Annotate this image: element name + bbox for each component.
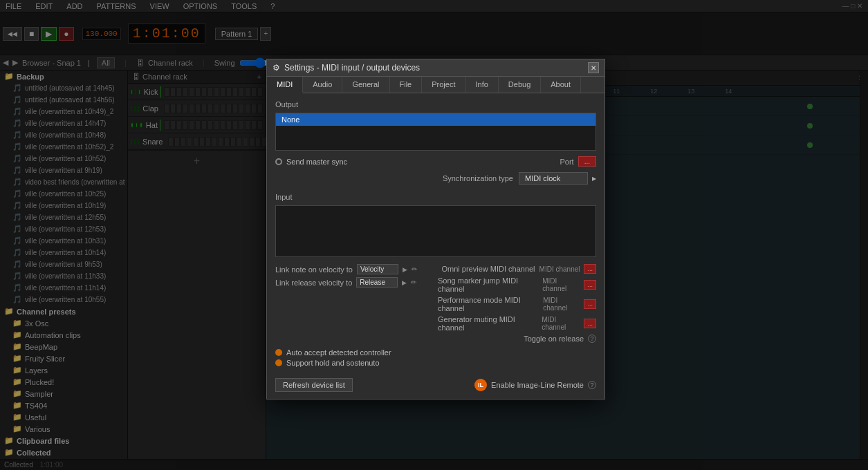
support-hold-radio[interactable] xyxy=(275,359,282,366)
song-marker-btn[interactable]: ... xyxy=(584,280,596,290)
port-area: Port ... xyxy=(560,156,596,167)
settings-icon: ⚙ xyxy=(273,63,280,73)
tab-audio[interactable]: Audio xyxy=(303,77,342,93)
send-master-text: Send master sync xyxy=(286,158,347,166)
toggle-release-label: Toggle on release xyxy=(524,335,584,343)
auto-accept-row: Auto accept detected controller xyxy=(275,348,596,357)
link-note-label: Link note on velocity to xyxy=(275,265,353,274)
generator-label: Generator muting MIDI channel xyxy=(438,315,537,332)
sync-dropdown-arrow: ▶ xyxy=(592,176,596,182)
link-release-row: Link release velocity to Release ▶ ✏ xyxy=(275,277,434,288)
performance-row: Performance mode MIDI channel MIDI chann… xyxy=(438,296,596,312)
song-marker-midi-label: MIDI channel xyxy=(542,277,580,292)
omni-row: Omni preview MIDI channel MIDI channel .… xyxy=(438,264,596,274)
left-controls: Link note on velocity to Velocity ▶ ✏ Li… xyxy=(275,264,434,343)
generator-btn[interactable]: ... xyxy=(584,319,596,328)
song-marker-label: Song marker jump MIDI channel xyxy=(438,276,538,293)
generator-midi-label: MIDI channel xyxy=(542,316,580,331)
link-release-edit[interactable]: ✏ xyxy=(411,279,416,286)
right-controls: Omni preview MIDI channel MIDI channel .… xyxy=(438,264,596,343)
il-logo-icon: IL xyxy=(474,379,487,391)
port-label: Port xyxy=(560,158,573,166)
dialog-bottom-row: Refresh device list IL Enable Image-Line… xyxy=(275,373,596,392)
toggle-info-icon[interactable]: ? xyxy=(588,335,596,343)
dialog-close-button[interactable]: ✕ xyxy=(588,62,599,73)
output-item-none[interactable]: None xyxy=(276,113,595,126)
midi-controls-grid: Link note on velocity to Velocity ▶ ✏ Li… xyxy=(275,264,596,343)
link-note-arrow[interactable]: ▶ xyxy=(403,266,407,273)
generator-muting-row: Generator muting MIDI channel MIDI chann… xyxy=(438,315,596,332)
omni-midi-label: MIDI channel xyxy=(539,265,580,273)
modal-overlay: ⚙ Settings - MIDI input / output devices… xyxy=(0,0,868,470)
link-release-arrow[interactable]: ▶ xyxy=(402,279,407,286)
omni-label: Omni preview MIDI channel xyxy=(441,265,535,273)
support-hold-row: Support hold and sostenuto xyxy=(275,359,596,367)
tab-file[interactable]: File xyxy=(390,77,423,93)
enable-info-icon[interactable]: ? xyxy=(588,381,596,389)
performance-midi-label: MIDI channel xyxy=(543,297,580,312)
settings-dialog: ⚙ Settings - MIDI input / output devices… xyxy=(266,59,605,400)
sync-value-area: MIDI clock ▶ xyxy=(519,172,596,185)
auto-accept-label: Auto accept detected controller xyxy=(286,348,391,357)
output-section-label: Output xyxy=(275,100,596,109)
performance-label: Performance mode MIDI channel xyxy=(438,296,539,312)
link-note-edit[interactable]: ✏ xyxy=(412,265,417,273)
dialog-title-text: Settings - MIDI input / output devices xyxy=(284,63,420,73)
tab-debug[interactable]: Debug xyxy=(499,77,541,93)
dialog-content: Output None Send master sync Port ... Sy… xyxy=(267,93,604,399)
dialog-tabs: MIDI Audio General File Project Info Deb… xyxy=(267,77,604,93)
send-master-row: Send master sync Port ... xyxy=(275,156,596,167)
input-device-list[interactable] xyxy=(275,205,596,257)
link-release-label: Link release velocity to xyxy=(275,279,352,287)
enable-label: Enable Image-Line Remote xyxy=(491,381,584,389)
send-master-label: Send master sync xyxy=(275,158,347,166)
song-marker-row: Song marker jump MIDI channel MIDI chann… xyxy=(438,276,596,293)
tab-general[interactable]: General xyxy=(342,77,389,93)
tab-info[interactable]: Info xyxy=(466,77,499,93)
dialog-titlebar: ⚙ Settings - MIDI input / output devices… xyxy=(267,59,604,77)
port-button[interactable]: ... xyxy=(578,156,596,167)
tab-project[interactable]: Project xyxy=(422,77,465,93)
refresh-device-list-btn[interactable]: Refresh device list xyxy=(275,378,353,392)
sync-value-display[interactable]: MIDI clock xyxy=(519,172,588,185)
output-device-list[interactable]: None xyxy=(275,113,596,151)
link-note-select[interactable]: Velocity xyxy=(357,264,398,274)
sync-row: Synchronization type MIDI clock ▶ xyxy=(275,172,596,185)
link-note-row: Link note on velocity to Velocity ▶ ✏ xyxy=(275,264,434,274)
toggle-release-row: Toggle on release ? xyxy=(438,335,596,343)
dialog-title: ⚙ Settings - MIDI input / output devices xyxy=(273,63,420,73)
sync-type-label: Synchronization type xyxy=(443,174,513,182)
send-master-radio[interactable] xyxy=(275,158,282,165)
omni-channel-btn[interactable]: ... xyxy=(584,264,596,274)
input-section-label: Input xyxy=(275,193,596,201)
tab-midi[interactable]: MIDI xyxy=(267,77,303,93)
support-hold-label: Support hold and sostenuto xyxy=(286,359,380,367)
enable-il-remote-row: IL Enable Image-Line Remote ? xyxy=(474,379,596,391)
tab-about[interactable]: About xyxy=(541,77,581,93)
link-release-select[interactable]: Release xyxy=(356,277,398,288)
auto-accept-radio[interactable] xyxy=(275,349,282,356)
performance-btn[interactable]: ... xyxy=(584,299,596,309)
